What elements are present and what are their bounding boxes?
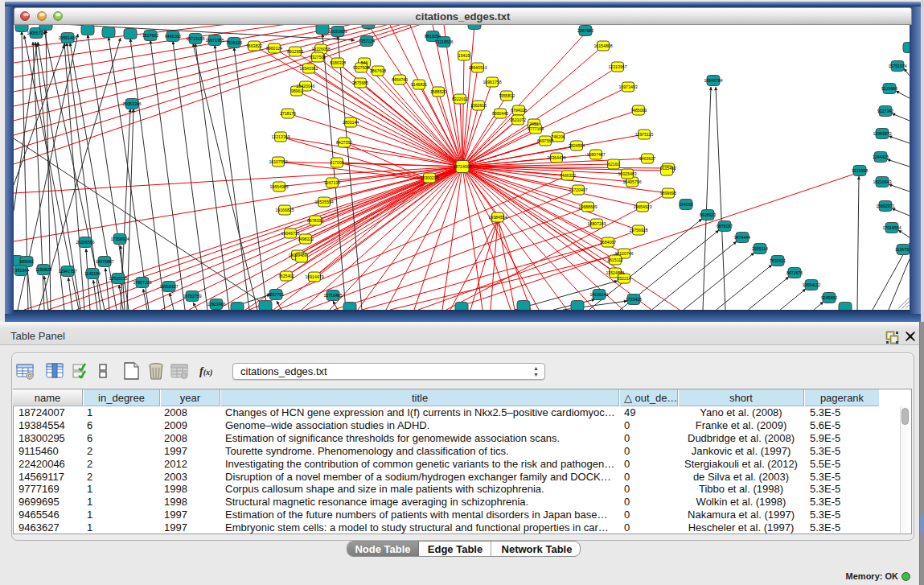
svg-text:6879197: 6879197 <box>717 224 733 229</box>
svg-text:1362615: 1362615 <box>470 103 487 108</box>
svg-text:10654112: 10654112 <box>803 282 821 287</box>
svg-text:7625402: 7625402 <box>278 274 294 278</box>
svg-text:8938923: 8938923 <box>700 212 716 217</box>
svg-text:18300295: 18300295 <box>420 175 438 180</box>
svg-text:9245652: 9245652 <box>821 295 837 300</box>
svg-text:9857791: 9857791 <box>268 292 284 297</box>
svg-text:1588520: 1588520 <box>430 89 446 94</box>
svg-text:20206556: 20206556 <box>76 240 94 245</box>
svg-text:14099489: 14099489 <box>288 253 306 257</box>
svg-text:15419: 15419 <box>458 53 470 58</box>
svg-text:3875685: 3875685 <box>352 80 368 85</box>
svg-text:7515526: 7515526 <box>226 40 242 45</box>
svg-text:8912955: 8912955 <box>287 49 303 54</box>
svg-text:19046736: 19046736 <box>281 231 299 236</box>
svg-text:10973493: 10973493 <box>618 84 637 89</box>
svg-text:417006: 417006 <box>330 160 343 165</box>
svg-text:1615112: 1615112 <box>607 257 623 262</box>
svg-text:9129966: 9129966 <box>881 86 897 91</box>
svg-text:19384554: 19384554 <box>488 215 507 220</box>
svg-text:16671355: 16671355 <box>205 38 224 43</box>
svg-text:7663822: 7663822 <box>246 43 262 48</box>
svg-text:3215958: 3215958 <box>852 168 868 173</box>
svg-text:12942757: 12942757 <box>58 269 76 274</box>
svg-text:2718176: 2718176 <box>280 111 296 116</box>
svg-text:12975115: 12975115 <box>635 132 654 137</box>
svg-text:10120746: 10120746 <box>614 251 633 256</box>
svg-text:18724007: 18724007 <box>453 164 471 169</box>
svg-text:2087682: 2087682 <box>577 28 593 33</box>
svg-text:1145194: 1145194 <box>84 271 101 276</box>
svg-text:1527602: 1527602 <box>142 33 158 38</box>
svg-text:1244415: 1244415 <box>873 154 889 159</box>
svg-text:20691406: 20691406 <box>58 35 76 40</box>
svg-text:1156829: 1156829 <box>35 267 51 272</box>
svg-text:15716485: 15716485 <box>323 293 342 298</box>
svg-text:9684067: 9684067 <box>600 240 616 245</box>
svg-text:2935114: 2935114 <box>752 246 768 251</box>
svg-text:16107552: 16107552 <box>269 159 287 164</box>
svg-text:13524861: 13524861 <box>606 270 624 275</box>
svg-text:8813054: 8813054 <box>425 34 441 39</box>
svg-text:8427552: 8427552 <box>336 140 352 145</box>
svg-text:6466160: 6466160 <box>165 34 181 39</box>
svg-text:19756928: 19756928 <box>629 228 647 233</box>
svg-text:8322012: 8322012 <box>452 97 468 101</box>
svg-text:12093872: 12093872 <box>873 131 891 136</box>
svg-text:14136141: 14136141 <box>589 292 608 297</box>
svg-text:8990443: 8990443 <box>492 111 508 116</box>
svg-text:12213967: 12213967 <box>608 64 626 69</box>
svg-text:16914479: 16914479 <box>305 274 323 279</box>
svg-text:10688609: 10688609 <box>578 204 597 209</box>
svg-text:16154808: 16154808 <box>593 43 612 48</box>
svg-text:252214: 252214 <box>617 276 630 281</box>
svg-text:98961: 98961 <box>291 89 303 93</box>
svg-text:15751074: 15751074 <box>888 64 906 68</box>
svg-text:39164: 39164 <box>15 268 27 273</box>
svg-text:15720407: 15720407 <box>569 187 587 192</box>
svg-text:12213369: 12213369 <box>271 134 290 139</box>
svg-text:9463627: 9463627 <box>639 156 655 161</box>
svg-text:10719155: 10719155 <box>186 36 204 41</box>
svg-text:19975867: 19975867 <box>95 259 113 264</box>
svg-text:18807249: 18807249 <box>587 221 606 226</box>
svg-text:9227342: 9227342 <box>877 109 893 113</box>
svg-text:12923466: 12923466 <box>207 302 225 307</box>
svg-text:16495796: 16495796 <box>622 179 641 184</box>
svg-text:15692971: 15692971 <box>876 204 894 208</box>
svg-text:16648784: 16648784 <box>704 78 722 83</box>
svg-text:9899695: 9899695 <box>660 191 676 196</box>
svg-text:7466322: 7466322 <box>560 173 576 178</box>
svg-text:17957223: 17957223 <box>133 280 151 285</box>
svg-text:1733426: 1733426 <box>626 297 642 302</box>
svg-text:62160: 62160 <box>608 162 620 167</box>
svg-text:7357224: 7357224 <box>359 39 375 43</box>
svg-text:8454749: 8454749 <box>392 77 408 82</box>
svg-text:13535594: 13535594 <box>314 200 333 204</box>
svg-text:6497568: 6497568 <box>537 138 553 143</box>
svg-text:20364436: 20364436 <box>547 155 565 160</box>
svg-text:3498222: 3498222 <box>298 237 314 241</box>
svg-text:8960124: 8960124 <box>266 46 282 51</box>
svg-text:16210643: 16210643 <box>873 179 891 184</box>
svg-text:19166825: 19166825 <box>275 208 294 212</box>
svg-text:19654985: 19654985 <box>269 184 288 189</box>
svg-text:10807487: 10807487 <box>586 152 605 157</box>
svg-text:8678332: 8678332 <box>307 218 323 223</box>
svg-text:8186328: 8186328 <box>330 60 346 65</box>
svg-text:16033809: 16033809 <box>328 29 347 34</box>
svg-text:9115460: 9115460 <box>660 166 676 171</box>
svg-text:9777169: 9777169 <box>528 126 544 131</box>
svg-text:6794028: 6794028 <box>511 108 527 113</box>
svg-text:13226058: 13226058 <box>311 47 330 51</box>
svg-text:19654923: 19654923 <box>633 204 651 209</box>
svg-text:12505135: 12505135 <box>109 276 127 281</box>
svg-text:17359924: 17359924 <box>110 237 129 241</box>
svg-text:1621072: 1621072 <box>510 117 526 122</box>
svg-text:7955812: 7955812 <box>499 93 515 98</box>
svg-text:1126753: 1126753 <box>895 247 910 252</box>
svg-text:7632621: 7632621 <box>770 258 786 263</box>
svg-text:9474444: 9474444 <box>734 235 750 240</box>
svg-text:16543362: 16543362 <box>299 66 318 71</box>
svg-text:3267130: 3267130 <box>324 180 340 185</box>
